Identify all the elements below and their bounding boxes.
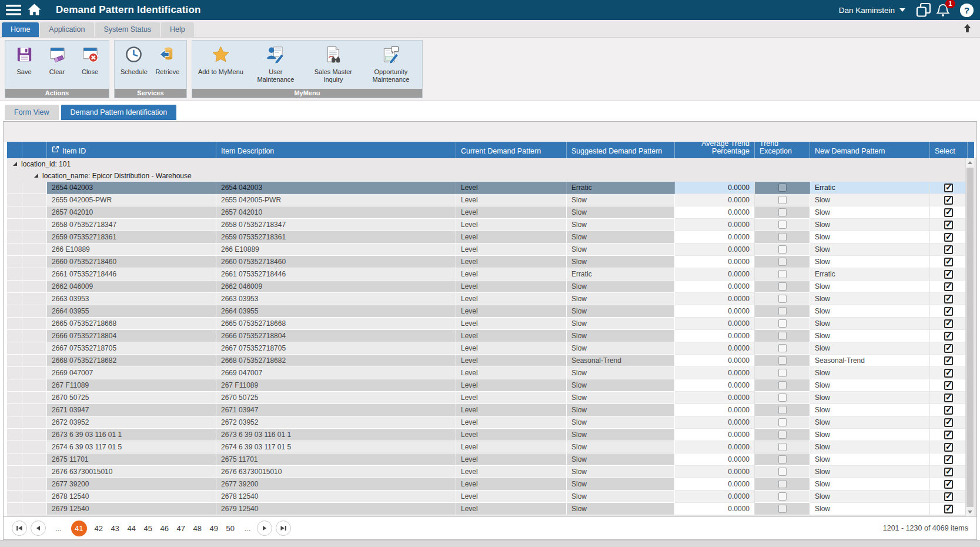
add-to-mymenu-button[interactable]: Add to MyMenu <box>195 43 247 77</box>
cell-new-demand-pattern[interactable]: Slow <box>810 231 930 244</box>
trend-exception-checkbox[interactable] <box>778 221 787 229</box>
select-checkbox[interactable] <box>944 221 953 229</box>
cell-average-trend-percentage[interactable]: 0.0000 <box>675 441 755 453</box>
user-menu[interactable]: Dan Kaminstein <box>839 6 895 15</box>
scroll-up-icon[interactable] <box>966 158 974 167</box>
cell-average-trend-percentage[interactable]: 0.0000 <box>675 194 755 206</box>
user-maintenance-button[interactable]: User Maintenance <box>247 43 305 84</box>
home-icon[interactable] <box>27 4 42 16</box>
cell-new-demand-pattern[interactable]: Slow <box>810 367 930 379</box>
select-checkbox[interactable] <box>944 369 953 378</box>
cell-average-trend-percentage[interactable]: 0.0000 <box>675 206 755 219</box>
previous-page-button[interactable] <box>31 521 46 536</box>
cell-new-demand-pattern[interactable]: Slow <box>810 281 930 293</box>
table-row[interactable]: 2669 0470072669 047007LevelSlow0.0000Slo… <box>7 367 974 379</box>
hamburger-menu-icon[interactable] <box>6 4 21 16</box>
sales-master-inquiry-button[interactable]: Sales Master Inquiry <box>305 43 362 84</box>
cell-new-demand-pattern[interactable]: Slow <box>810 491 930 503</box>
cell-average-trend-percentage[interactable]: 0.0000 <box>675 244 755 256</box>
trend-exception-checkbox[interactable] <box>778 393 787 402</box>
cell-new-demand-pattern[interactable]: Slow <box>810 503 930 515</box>
vertical-scrollbar[interactable] <box>965 158 974 516</box>
select-checkbox[interactable] <box>944 245 953 254</box>
column-header-avg[interactable]: Average Trend Percentage <box>675 142 755 158</box>
trend-exception-checkbox[interactable] <box>778 319 787 328</box>
cell-average-trend-percentage[interactable]: 0.0000 <box>675 404 755 416</box>
menu-tab-home[interactable]: Home <box>2 22 39 37</box>
cell-average-trend-percentage[interactable]: 0.0000 <box>675 478 755 491</box>
table-row[interactable]: 266 E10889266 E10889LevelSlow0.0000Slow <box>7 244 974 256</box>
cell-average-trend-percentage[interactable]: 0.0000 <box>675 466 755 478</box>
select-checkbox[interactable] <box>944 184 953 192</box>
schedule-button[interactable]: Schedule <box>117 43 151 77</box>
cell-new-demand-pattern[interactable]: Erratic <box>810 182 930 194</box>
table-row[interactable]: 2679 125402679 12540LevelSlow0.0000Slow <box>7 503 974 515</box>
trend-exception-checkbox[interactable] <box>778 480 787 488</box>
trend-exception-checkbox[interactable] <box>778 270 787 278</box>
table-row[interactable]: 2673 6 39 03 116 01 12673 6 39 03 116 01… <box>7 429 974 441</box>
table-row[interactable]: 2672 039522672 03952LevelSlow0.0000Slow <box>7 416 974 429</box>
table-row[interactable]: 2678 125402678 12540LevelSlow0.0000Slow <box>7 491 974 503</box>
cell-average-trend-percentage[interactable]: 0.0000 <box>675 342 755 355</box>
select-checkbox[interactable] <box>944 208 953 217</box>
pager-page-46[interactable]: 46 <box>158 524 171 533</box>
cell-new-demand-pattern[interactable]: Slow <box>810 244 930 256</box>
pager-page-45[interactable]: 45 <box>142 524 155 533</box>
trend-exception-checkbox[interactable] <box>778 369 787 377</box>
last-page-button[interactable] <box>276 521 291 536</box>
cell-new-demand-pattern[interactable]: Slow <box>810 256 930 268</box>
pager-page-50[interactable]: 50 <box>224 524 237 533</box>
trend-exception-checkbox[interactable] <box>778 406 787 414</box>
trend-exception-checkbox[interactable] <box>778 282 787 291</box>
menu-tab-system-status[interactable]: System Status <box>95 22 160 37</box>
column-header-id[interactable]: Item ID <box>47 142 216 158</box>
trend-exception-checkbox[interactable] <box>778 431 787 439</box>
select-checkbox[interactable] <box>944 406 953 415</box>
cell-average-trend-percentage[interactable]: 0.0000 <box>675 330 755 342</box>
cell-new-demand-pattern[interactable]: Slow <box>810 305 930 318</box>
cell-new-demand-pattern[interactable]: Slow <box>810 416 930 429</box>
trend-exception-checkbox[interactable] <box>778 505 787 513</box>
cell-average-trend-percentage[interactable]: 0.0000 <box>675 318 755 330</box>
select-checkbox[interactable] <box>944 344 953 353</box>
pager-page-43[interactable]: 43 <box>109 524 122 533</box>
select-checkbox[interactable] <box>944 295 953 303</box>
trend-exception-checkbox[interactable] <box>778 208 787 216</box>
cell-average-trend-percentage[interactable]: 0.0000 <box>675 305 755 318</box>
table-row[interactable]: 2659 0753527183612659 075352718361LevelS… <box>7 231 974 244</box>
cell-new-demand-pattern[interactable]: Slow <box>810 293 930 305</box>
window-copy-icon[interactable] <box>916 2 931 18</box>
column-header-trend_exception[interactable]: Trend Exception <box>755 142 810 158</box>
column-header-desc[interactable]: Item Description <box>216 142 456 158</box>
pager-page-47[interactable]: 47 <box>175 524 188 533</box>
cell-average-trend-percentage[interactable]: 0.0000 <box>675 367 755 379</box>
select-checkbox[interactable] <box>944 468 953 476</box>
first-page-button[interactable] <box>12 521 27 536</box>
cell-average-trend-percentage[interactable]: 0.0000 <box>675 256 755 268</box>
table-row[interactable]: 2661 0753527184462661 075352718446LevelE… <box>7 268 974 281</box>
menu-tab-help[interactable]: Help <box>161 22 194 37</box>
table-row[interactable]: 2674 6 39 03 117 01 52674 6 39 03 117 01… <box>7 441 974 453</box>
cell-new-demand-pattern[interactable]: Erratic <box>810 268 930 281</box>
view-tab-form-view[interactable]: Form View <box>5 105 59 120</box>
trend-exception-checkbox[interactable] <box>778 443 787 451</box>
help-icon[interactable]: ? <box>959 3 974 18</box>
view-tab-demand-pattern-identification[interactable]: Demand Pattern Identification <box>61 105 177 120</box>
cell-new-demand-pattern[interactable]: Slow <box>810 429 930 441</box>
table-row[interactable]: 2660 0753527184602660 075352718460LevelS… <box>7 256 974 268</box>
cell-average-trend-percentage[interactable]: 0.0000 <box>675 281 755 293</box>
select-checkbox[interactable] <box>944 319 953 328</box>
trend-exception-checkbox[interactable] <box>778 233 787 241</box>
table-row[interactable]: 2676 637300150102676 63730015010LevelSlo… <box>7 466 974 478</box>
cell-new-demand-pattern[interactable]: Slow <box>810 478 930 491</box>
cell-new-demand-pattern[interactable]: Slow <box>810 194 930 206</box>
trend-exception-checkbox[interactable] <box>778 332 787 340</box>
cell-average-trend-percentage[interactable]: 0.0000 <box>675 491 755 503</box>
trend-exception-checkbox[interactable] <box>778 344 787 352</box>
cell-average-trend-percentage[interactable]: 0.0000 <box>675 416 755 429</box>
column-header-suggested[interactable]: Suggested Demand Pattern <box>567 142 675 158</box>
cell-new-demand-pattern[interactable]: Slow <box>810 392 930 404</box>
trend-exception-checkbox[interactable] <box>778 418 787 426</box>
select-checkbox[interactable] <box>944 307 953 316</box>
clear-button[interactable]: Clear <box>41 43 73 77</box>
